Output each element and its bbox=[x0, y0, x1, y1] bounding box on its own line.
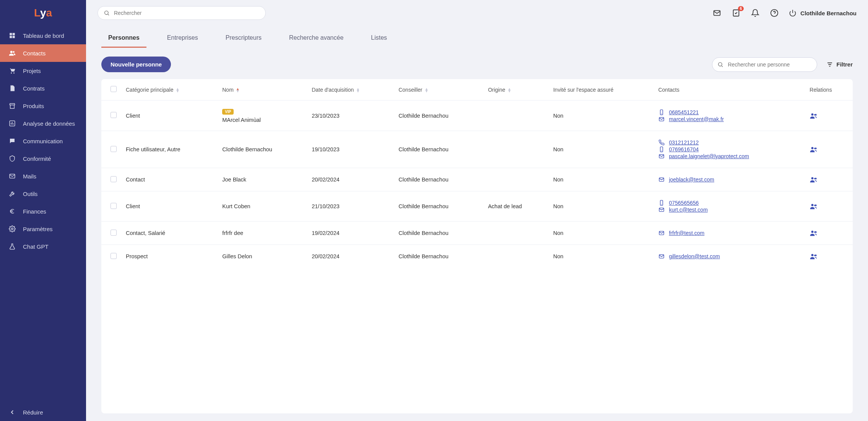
person-search-input[interactable] bbox=[712, 57, 817, 72]
help-icon[interactable] bbox=[770, 8, 779, 18]
contact-link[interactable]: marcel.vincent@mak.fr bbox=[669, 116, 723, 122]
global-search-wrap bbox=[98, 6, 266, 20]
sidebar-item-dashboard[interactable]: Tableau de bord bbox=[0, 27, 86, 44]
sidebar-item-chat[interactable]: Communication bbox=[0, 132, 86, 150]
sidebar-item-label: Chat GPT bbox=[23, 243, 49, 250]
contact-line: gillesdelon@test.com bbox=[658, 253, 800, 259]
sidebar-item-cart[interactable]: Projets bbox=[0, 62, 86, 79]
tab[interactable]: Prescripteurs bbox=[219, 30, 268, 48]
col-date[interactable]: Date d'acquisition▲▼ bbox=[307, 79, 394, 100]
bell-icon[interactable] bbox=[751, 8, 760, 18]
mail-icon bbox=[658, 116, 665, 122]
col-name[interactable]: Nom▲▼ bbox=[218, 79, 307, 100]
row-checkbox[interactable] bbox=[111, 230, 117, 236]
sidebar-item-gear[interactable]: Paramètres bbox=[0, 220, 86, 238]
contact-link[interactable]: kurt.c@test.com bbox=[669, 207, 707, 213]
user-menu[interactable]: Clothilde Bernachou bbox=[789, 9, 857, 17]
topbar: 6 Clothilde Bernachou bbox=[86, 0, 868, 26]
table-row[interactable]: Fiche utilisateur, Autre Clothilde Berna… bbox=[101, 131, 853, 168]
relations-icon[interactable] bbox=[809, 229, 848, 237]
table-row[interactable]: Client Kurt Coben 21/10/2023 Clothilde B… bbox=[101, 191, 853, 222]
contact-link[interactable]: 0756565656 bbox=[669, 200, 699, 206]
row-checkbox[interactable] bbox=[111, 176, 117, 182]
cell-name: Joe Black bbox=[222, 176, 246, 183]
tab[interactable]: Listes bbox=[364, 30, 394, 48]
sidebar-item-people[interactable]: Contacts bbox=[0, 44, 86, 62]
tab[interactable]: Recherche avancée bbox=[282, 30, 350, 48]
cell-date: 21/10/2023 bbox=[307, 191, 394, 222]
contact-line: joeblack@test.com bbox=[658, 176, 800, 183]
gear-icon bbox=[8, 225, 16, 233]
svg-rect-3 bbox=[13, 36, 15, 38]
contact-line: pascale.laignelet@lyaprotect.com bbox=[658, 153, 800, 159]
col-origin[interactable]: Origine▲▼ bbox=[483, 79, 549, 100]
mail-icon bbox=[658, 253, 665, 259]
logo[interactable]: Lya bbox=[0, 0, 86, 26]
new-person-button[interactable]: Nouvelle personne bbox=[101, 57, 171, 72]
contact-link[interactable]: joeblack@test.com bbox=[669, 176, 714, 183]
row-checkbox[interactable] bbox=[111, 146, 117, 152]
cart-icon bbox=[8, 67, 16, 74]
sidebar-item-mail[interactable]: Mails bbox=[0, 167, 86, 185]
sidebar-collapse-label: Réduire bbox=[23, 409, 43, 416]
cell-origin bbox=[483, 168, 549, 191]
main-area: 6 Clothilde Bernachou PersonnesEntrepris… bbox=[86, 0, 868, 421]
tab[interactable]: Entreprises bbox=[160, 30, 205, 48]
sidebar-item-shield[interactable]: Conformité bbox=[0, 150, 86, 167]
contact-link[interactable]: gillesdelon@test.com bbox=[669, 253, 720, 259]
contact-link[interactable]: frfrfr@test.com bbox=[669, 230, 704, 236]
mail-icon[interactable] bbox=[712, 8, 722, 18]
svg-point-15 bbox=[11, 228, 13, 230]
cell-name: MArcel Animùal bbox=[222, 117, 261, 123]
file-icon bbox=[8, 84, 16, 92]
mobile-icon bbox=[658, 146, 665, 152]
sidebar-item-store[interactable]: Produits bbox=[0, 97, 86, 115]
flask-icon bbox=[8, 243, 16, 250]
tab[interactable]: Personnes bbox=[101, 30, 146, 48]
mobile-icon bbox=[658, 109, 665, 115]
power-icon bbox=[789, 9, 796, 17]
relations-icon[interactable] bbox=[809, 112, 848, 120]
row-checkbox[interactable] bbox=[111, 203, 117, 209]
table-row[interactable]: Contact Joe Black 20/02/2024 Clothilde B… bbox=[101, 168, 853, 191]
relations-icon[interactable] bbox=[809, 253, 848, 260]
contact-link[interactable]: 0769616704 bbox=[669, 146, 699, 152]
col-category[interactable]: Catégorie principale▲▼ bbox=[121, 79, 218, 100]
sidebar-item-tools[interactable]: Outils bbox=[0, 185, 86, 202]
relations-icon[interactable] bbox=[809, 176, 848, 183]
filter-button[interactable]: Filtrer bbox=[826, 61, 853, 68]
sidebar-item-label: Mails bbox=[23, 173, 36, 180]
table-row[interactable]: Contact, Salarié frfrfr dee 19/02/2024 C… bbox=[101, 222, 853, 245]
svg-line-24 bbox=[722, 66, 723, 67]
svg-point-7 bbox=[13, 73, 15, 74]
sidebar-item-chart[interactable]: Analyse de données bbox=[0, 115, 86, 132]
store-icon bbox=[8, 102, 16, 110]
table-row[interactable]: Prospect Gilles Delon 20/02/2024 Clothil… bbox=[101, 245, 853, 268]
sidebar-collapse[interactable]: Réduire bbox=[0, 403, 86, 421]
mail-icon bbox=[658, 153, 665, 159]
euro-icon bbox=[8, 207, 16, 215]
tasks-icon[interactable]: 6 bbox=[731, 8, 741, 18]
svg-point-55 bbox=[811, 231, 814, 233]
row-checkbox[interactable] bbox=[111, 112, 117, 118]
global-search-input[interactable] bbox=[98, 6, 266, 20]
relations-icon[interactable] bbox=[809, 202, 848, 210]
sidebar-item-label: Tableau de bord bbox=[23, 32, 64, 39]
contact-link[interactable]: pascale.laignelet@lyaprotect.com bbox=[669, 153, 749, 159]
dashboard-icon bbox=[8, 32, 16, 39]
table-row[interactable]: Client VIPMArcel Animùal 23/10/2023 Clot… bbox=[101, 100, 853, 131]
select-all-checkbox[interactable] bbox=[111, 86, 117, 92]
relations-icon[interactable] bbox=[809, 146, 848, 153]
person-search-wrap bbox=[712, 57, 817, 72]
svg-point-5 bbox=[13, 51, 15, 53]
shield-icon bbox=[8, 155, 16, 162]
contact-link[interactable]: 0312121212 bbox=[669, 139, 699, 146]
row-checkbox[interactable] bbox=[111, 253, 117, 259]
sidebar-item-file[interactable]: Contrats bbox=[0, 79, 86, 97]
filter-label: Filtrer bbox=[836, 61, 853, 68]
sidebar-item-flask[interactable]: Chat GPT bbox=[0, 238, 86, 255]
sidebar-item-euro[interactable]: Finances bbox=[0, 202, 86, 220]
contact-link[interactable]: 0685451221 bbox=[669, 109, 699, 115]
col-advisor[interactable]: Conseiller▲▼ bbox=[394, 79, 483, 100]
col-invited: Invité sur l'espace assuré bbox=[549, 79, 654, 100]
